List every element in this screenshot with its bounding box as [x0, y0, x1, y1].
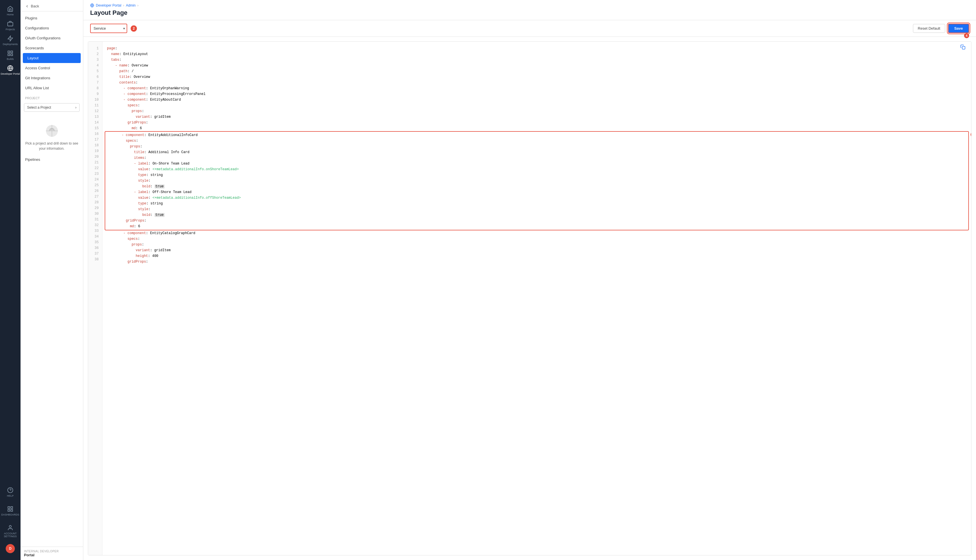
- sidebar-item-projects[interactable]: Projects: [0, 18, 20, 33]
- nav-label-home: Home: [7, 13, 14, 16]
- sidebar-item-layout[interactable]: Layout: [23, 53, 81, 63]
- code-line-26: - label: Off-Shore Team Lead: [105, 189, 966, 195]
- breadcrumb-developer-portal[interactable]: Developer Portal: [96, 3, 121, 7]
- code-line-28: type: string: [105, 201, 966, 207]
- sidebar-label-oauth-configurations: OAuth Configurations: [25, 36, 60, 40]
- sidebar-item-scorecards[interactable]: Scorecards: [20, 43, 83, 53]
- breadcrumb: Developer Portal › Admin ›: [90, 3, 969, 7]
- step4-badge: 4: [964, 33, 969, 38]
- sidebar-item-help[interactable]: HELP: [0, 485, 20, 500]
- sidebar-item-configurations[interactable]: Configurations: [20, 23, 83, 33]
- svg-rect-2: [8, 51, 10, 53]
- code-line-13: variant: gridItem: [107, 114, 967, 120]
- sidebar-item-plugins[interactable]: Plugins: [20, 13, 83, 23]
- sidebar-item-account-settings[interactable]: ACCOUNT SETTINGS: [0, 522, 20, 540]
- sidebar-item-deployments[interactable]: Deployments: [0, 33, 20, 48]
- svg-rect-4: [11, 54, 13, 56]
- step2-badge: 2: [131, 25, 137, 32]
- portal-label: Portal: [24, 553, 80, 557]
- code-line-16: - component: EntityAdditionalInfoCard: [105, 132, 966, 138]
- code-line-17: specs:: [105, 138, 966, 144]
- code-content[interactable]: page: name: EntityLayout tabs: - name: O…: [102, 42, 971, 555]
- project-placeholder: Pick a project and drill down to see you…: [20, 115, 83, 155]
- sidebar-bottom: INTERNAL DEVELOPER Portal: [20, 547, 83, 560]
- code-line-6: title: Overview: [107, 74, 967, 80]
- code-line-19: title: Additional Info Card: [105, 149, 966, 155]
- chevron-right-icon: ›: [75, 105, 77, 110]
- sidebar-item-oauth-configurations[interactable]: OAuth Configurations: [20, 33, 83, 43]
- project-section-label: Project: [20, 93, 83, 101]
- sidebar-item-dashboards[interactable]: DASHBOARDS: [0, 503, 20, 518]
- project-select-button[interactable]: Select a Project ›: [24, 103, 80, 112]
- code-line-12: props:: [107, 108, 967, 114]
- svg-rect-3: [11, 51, 13, 53]
- line-numbers: 1234567891011121314151617181920212223242…: [88, 42, 102, 555]
- code-line-15: md: 6: [107, 125, 967, 131]
- breadcrumb-admin[interactable]: Admin: [126, 3, 135, 7]
- reset-default-button[interactable]: Reset Default: [913, 24, 945, 33]
- sidebar: Back Plugins Configurations OAuth Config…: [20, 0, 83, 560]
- left-nav: Home Projects Deployments Builds Develop…: [0, 0, 20, 560]
- code-editor: 1234567891011121314151617181920212223242…: [88, 41, 971, 555]
- breadcrumb-sep2: ›: [137, 3, 138, 7]
- code-line-23: type: string: [105, 172, 966, 178]
- svg-rect-9: [8, 507, 10, 508]
- svg-rect-5: [8, 54, 10, 56]
- code-line-33: - component: EntityCatalogGraphCard: [107, 230, 967, 236]
- sidebar-label-plugins: Plugins: [25, 16, 37, 20]
- breadcrumb-sep1: ›: [123, 3, 124, 7]
- code-line-11: specs:: [107, 103, 967, 108]
- code-line-8: - component: EntityOrphanWarning: [107, 85, 967, 91]
- code-line-38: gridProps:: [107, 259, 967, 265]
- nav-label-builds: Builds: [7, 58, 14, 60]
- code-line-1: page:: [107, 46, 967, 51]
- save-button[interactable]: Save: [948, 24, 969, 33]
- sidebar-label-git-integrations: Git Integrations: [25, 76, 50, 80]
- main-content: Developer Portal › Admin › Layout Page S…: [83, 0, 976, 560]
- sidebar-item-developer-portal[interactable]: Developer Portal: [0, 63, 20, 78]
- code-line-35: props:: [107, 242, 967, 247]
- nav-label-help: HELP: [7, 494, 14, 497]
- sidebar-item-git-integrations[interactable]: Git Integrations: [20, 73, 83, 83]
- nav-label-developer-portal: Developer Portal: [0, 72, 20, 75]
- code-line-22: value: <+metadata.additionalInfo.onShore…: [105, 167, 966, 172]
- code-line-10: - component: EntityAboutCard: [107, 97, 967, 103]
- code-line-27: value: <+metadata.additionalInfo.offShor…: [105, 195, 966, 201]
- service-select[interactable]: Service API Component Website: [90, 24, 127, 33]
- sidebar-item-home[interactable]: Home: [0, 3, 20, 18]
- code-line-20: items:: [105, 155, 966, 161]
- service-select-wrapper: Service API Component Website: [90, 24, 127, 33]
- nav-label-deployments: Deployments: [3, 43, 18, 46]
- code-line-3: tabs:: [107, 57, 967, 63]
- code-line-36: variant: gridItem: [107, 247, 967, 253]
- svg-point-13: [9, 525, 11, 527]
- svg-marker-1: [8, 36, 13, 41]
- sidebar-item-access-control[interactable]: Access Control: [20, 63, 83, 73]
- code-line-2: name: EntityLayout: [107, 51, 967, 57]
- sidebar-label-url-allow-list: URL Allow List: [25, 86, 49, 90]
- project-select-placeholder: Select a Project: [27, 105, 51, 110]
- sidebar-label-scorecards: Scorecards: [25, 46, 44, 50]
- svg-rect-12: [8, 510, 10, 511]
- code-line-18: props:: [105, 144, 966, 149]
- avatar[interactable]: D: [6, 544, 15, 553]
- code-line-5: path: /: [107, 68, 967, 74]
- sidebar-label-configurations: Configurations: [25, 26, 49, 30]
- svg-rect-18: [962, 47, 965, 49]
- internal-dev-label: INTERNAL DEVELOPER: [24, 550, 80, 553]
- code-line-30: bold: true: [105, 212, 966, 218]
- code-line-34: specs:: [107, 236, 967, 242]
- copy-button[interactable]: [960, 45, 966, 51]
- sidebar-item-pipelines[interactable]: Pipelines: [20, 155, 83, 165]
- sidebar-item-url-allow-list[interactable]: URL Allow List: [20, 83, 83, 93]
- back-label: Back: [31, 4, 39, 8]
- nav-label-projects: Projects: [6, 28, 15, 31]
- code-line-31: gridProps:: [105, 218, 966, 223]
- page-header: Developer Portal › Admin › Layout Page: [83, 0, 976, 20]
- sidebar-label-access-control: Access Control: [25, 66, 50, 70]
- sidebar-item-builds[interactable]: Builds: [0, 48, 20, 63]
- svg-rect-0: [8, 22, 13, 26]
- sidebar-label-layout: Layout: [27, 56, 38, 60]
- nav-label-dashboards: DASHBOARDS: [1, 513, 19, 516]
- back-button[interactable]: Back: [20, 0, 83, 11]
